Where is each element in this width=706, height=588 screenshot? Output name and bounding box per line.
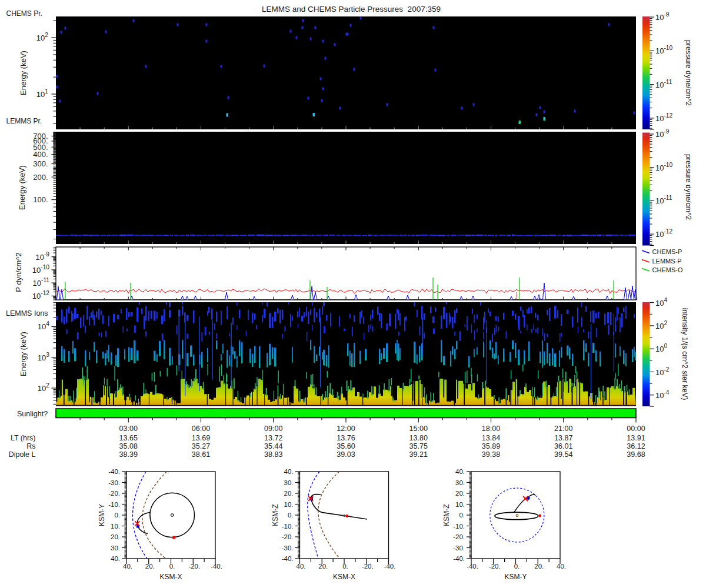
svg-text:0.: 0. — [342, 563, 348, 570]
svg-text:-30.: -30. — [108, 479, 120, 486]
svg-text:Dipole L: Dipole L — [9, 450, 36, 459]
svg-text:0.: 0. — [288, 512, 294, 519]
svg-text:-20.: -20. — [188, 563, 200, 570]
svg-text:-40.: -40. — [282, 555, 294, 562]
svg-text:13.76: 13.76 — [337, 434, 355, 442]
svg-text:35.89: 35.89 — [482, 442, 500, 450]
svg-text:20.: 20. — [145, 563, 155, 570]
svg-text:30.: 30. — [284, 479, 294, 486]
svg-text:Sunlight?: Sunlight? — [17, 410, 48, 418]
svg-text:0.: 0. — [169, 563, 175, 570]
svg-text:101: 101 — [36, 88, 48, 99]
svg-text:13.87: 13.87 — [554, 434, 572, 442]
svg-text:13.91: 13.91 — [627, 434, 645, 442]
svg-text:pressure dyne/cm^2: pressure dyne/cm^2 — [684, 40, 692, 106]
svg-text:39.54: 39.54 — [554, 450, 572, 459]
svg-text:20.: 20. — [318, 563, 328, 570]
svg-text:40.: 40. — [284, 468, 294, 475]
svg-text:pressure dyne/cm^2: pressure dyne/cm^2 — [684, 154, 692, 220]
svg-text:10-10: 10-10 — [655, 45, 673, 55]
svg-text:30.: 30. — [111, 544, 120, 552]
svg-text:P dyn/cm^2: P dyn/cm^2 — [14, 252, 23, 292]
svg-text:38.61: 38.61 — [192, 450, 210, 459]
svg-text:40.: 40. — [297, 563, 306, 570]
svg-text:CHEMS-P: CHEMS-P — [652, 248, 682, 255]
svg-text:10-12: 10-12 — [655, 228, 673, 239]
svg-text:15:00: 15:00 — [409, 425, 428, 433]
svg-text:-40.: -40. — [384, 563, 396, 570]
svg-text:CHEMS Pr.: CHEMS Pr. — [6, 9, 42, 18]
svg-text:10-12: 10-12 — [32, 290, 50, 300]
svg-text:-40.: -40. — [467, 563, 478, 570]
svg-text:0.: 0. — [114, 512, 120, 519]
svg-text:12:00: 12:00 — [337, 425, 355, 433]
svg-text:35.44: 35.44 — [264, 442, 282, 450]
svg-text:21:00: 21:00 — [554, 425, 572, 433]
svg-text:10-9: 10-9 — [655, 11, 670, 22]
svg-text:-40.: -40. — [108, 468, 120, 475]
svg-text:LT (hrs): LT (hrs) — [11, 434, 36, 442]
svg-text:intensity 1/(s cm^2 ster keV): intensity 1/(s cm^2 ster keV) — [681, 308, 689, 400]
svg-text:10-2: 10-2 — [655, 366, 670, 377]
svg-text:KSM-Z: KSM-Z — [271, 504, 279, 526]
svg-text:KSM-Z: KSM-Z — [442, 504, 451, 526]
svg-text:30.: 30. — [455, 479, 465, 486]
svg-text:39.68: 39.68 — [627, 450, 645, 459]
svg-text:20.: 20. — [455, 490, 465, 497]
svg-text:20.: 20. — [534, 563, 544, 570]
svg-text:LEMMS Ions: LEMMS Ions — [6, 309, 48, 318]
svg-text:LEMMS-P: LEMMS-P — [652, 258, 682, 265]
svg-text:102: 102 — [38, 382, 49, 393]
svg-text:-20.: -20. — [362, 563, 374, 570]
svg-text:00:00: 00:00 — [627, 425, 645, 433]
svg-text:-20.: -20. — [108, 490, 120, 497]
svg-text:0.: 0. — [514, 563, 520, 570]
svg-text:KSM-X: KSM-X — [159, 573, 182, 581]
svg-text:06:00: 06:00 — [192, 425, 210, 433]
svg-text:KSM-X: KSM-X — [333, 573, 355, 581]
svg-text:35.27: 35.27 — [192, 442, 210, 450]
svg-text:10-10: 10-10 — [655, 162, 673, 172]
svg-text:36.12: 36.12 — [627, 442, 645, 450]
svg-text:-30.: -30. — [453, 544, 465, 552]
svg-text:20.: 20. — [284, 490, 294, 497]
svg-text:700.: 700. — [33, 132, 48, 141]
svg-text:35.75: 35.75 — [409, 442, 428, 450]
svg-text:36.01: 36.01 — [554, 442, 572, 450]
svg-text:20.: 20. — [111, 533, 120, 540]
svg-text:13.65: 13.65 — [119, 434, 138, 442]
svg-text:10-11: 10-11 — [655, 195, 672, 205]
svg-text:39.03: 39.03 — [337, 450, 355, 459]
svg-text:10.: 10. — [284, 501, 294, 508]
svg-text:200.: 200. — [33, 173, 48, 182]
svg-text:09:00: 09:00 — [264, 425, 282, 433]
svg-text:-20.: -20. — [282, 533, 294, 540]
svg-text:10-9: 10-9 — [35, 251, 49, 262]
svg-text:-40.: -40. — [211, 563, 222, 570]
svg-text:KSM-Y: KSM-Y — [98, 504, 106, 526]
svg-text:10.: 10. — [455, 501, 465, 508]
svg-text:10.: 10. — [111, 523, 120, 530]
svg-text:CHEMS-O: CHEMS-O — [652, 266, 683, 273]
svg-text:40.: 40. — [455, 468, 465, 475]
svg-text:-10.: -10. — [453, 523, 465, 530]
svg-text:-20.: -20. — [453, 533, 465, 540]
svg-text:13.69: 13.69 — [192, 434, 210, 442]
svg-text:Energy (keV): Energy (keV) — [18, 165, 26, 210]
svg-text:104: 104 — [655, 297, 667, 308]
svg-text:-20.: -20. — [489, 563, 501, 570]
svg-text:39.38: 39.38 — [482, 450, 500, 459]
svg-text:0.: 0. — [459, 512, 465, 519]
svg-text:13.72: 13.72 — [264, 434, 282, 442]
svg-text:-10.: -10. — [108, 501, 120, 508]
svg-text:18:00: 18:00 — [482, 425, 500, 433]
svg-text:10-12: 10-12 — [655, 112, 673, 123]
svg-text:-30.: -30. — [282, 544, 294, 552]
svg-text:03:00: 03:00 — [119, 425, 138, 433]
svg-text:KSM-Y: KSM-Y — [504, 573, 527, 581]
svg-text:LEMMS and CHEMS Particle Press: LEMMS and CHEMS Particle Pressures 2007:… — [262, 5, 441, 14]
svg-text:100: 100 — [655, 343, 667, 353]
svg-text:40.: 40. — [111, 555, 120, 562]
svg-text:102: 102 — [655, 320, 667, 330]
svg-text:13.80: 13.80 — [409, 434, 428, 442]
